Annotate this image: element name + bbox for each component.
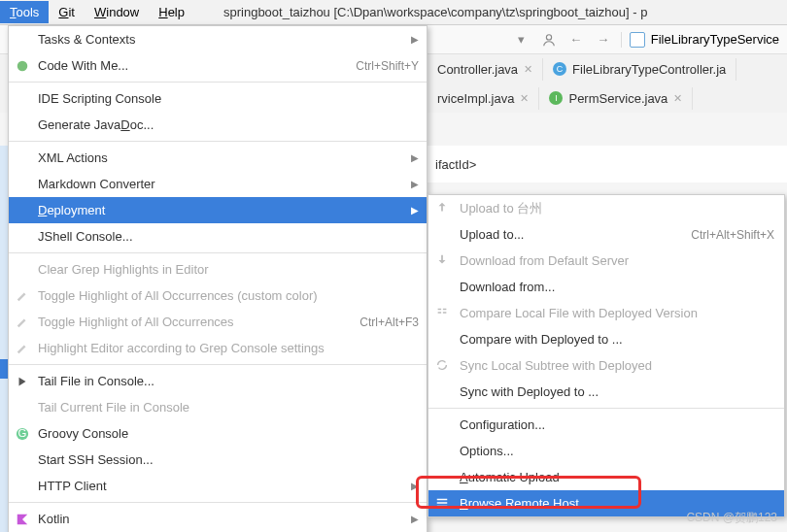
close-icon[interactable]: ✕: [524, 63, 532, 76]
deployment-submenu: Upload to 台州 Upload to...Ctrl+Alt+Shift+…: [428, 194, 785, 517]
menubar-tools[interactable]: Tools: [0, 1, 49, 23]
menu-separator: [9, 502, 427, 503]
highlight-icon: [15, 315, 30, 330]
tab-controller[interactable]: Controller.java ✕: [428, 58, 543, 81]
close-icon[interactable]: ✕: [673, 92, 682, 105]
menu-groovy[interactable]: G Groovy Console: [9, 420, 427, 447]
highlight-icon: [15, 341, 30, 356]
highlight-icon: [15, 288, 30, 304]
menu-code-with-me[interactable]: Code With Me...Ctrl+Shift+Y: [9, 52, 427, 79]
menu-tasks-contexts[interactable]: Tasks & Contexts▶: [9, 26, 427, 52]
window-title: springboot_taizhou [C:\Dpan\workspace\co…: [223, 5, 647, 19]
menu-separator: [9, 252, 427, 253]
submenu-download-default[interactable]: Download from Default Server: [428, 248, 784, 274]
chevron-right-icon: ▶: [411, 152, 419, 163]
chevron-right-icon: ▶: [411, 179, 419, 189]
chevron-right-icon: ▶: [411, 205, 419, 216]
back-icon[interactable]: ←: [566, 30, 586, 50]
submenu-sync-deployed[interactable]: Sync with Deployed to ...: [428, 379, 784, 405]
user-icon[interactable]: [539, 30, 559, 50]
tab-rviceimpl[interactable]: rviceImpl.java ✕: [428, 87, 539, 110]
menu-tail-current[interactable]: Tail Current File in Console: [9, 394, 427, 420]
editor-text: ifactId>: [435, 157, 476, 172]
menu-generate-javadoc[interactable]: Generate JavaDoc...: [9, 112, 427, 138]
chevron-right-icon: ▶: [411, 34, 419, 45]
tab-label: rviceImpl.java: [437, 91, 514, 106]
compare-icon: [435, 306, 451, 321]
editor-area[interactable]: ifactId>: [428, 146, 787, 183]
forward-icon[interactable]: →: [594, 30, 613, 50]
submenu-upload-to-tz[interactable]: Upload to 台州: [428, 195, 784, 221]
upload-icon: [435, 201, 451, 216]
chevron-right-icon: ▶: [411, 514, 419, 524]
close-icon[interactable]: ✕: [520, 92, 529, 105]
menu-deployment[interactable]: Deployment▶: [9, 197, 427, 223]
tab-permservice[interactable]: I PermService.java ✕: [539, 87, 693, 110]
tab-label: PermService.java: [568, 91, 667, 106]
submenu-compare-deployed[interactable]: Compare with Deployed to ...: [428, 326, 784, 352]
menu-http-client[interactable]: HTTP Client▶: [9, 473, 427, 499]
run-config-icon[interactable]: ▾: [512, 30, 531, 50]
menu-ide-scripting[interactable]: IDE Scripting Console: [9, 85, 427, 112]
submenu-upload-to[interactable]: Upload to...Ctrl+Alt+Shift+X: [428, 221, 784, 248]
menu-jshell[interactable]: JShell Console...: [9, 223, 427, 249]
menu-separator: [428, 408, 784, 409]
svg-point-1: [17, 60, 28, 71]
menu-highlight-grep[interactable]: Highlight Editor according to Grep Conso…: [9, 335, 427, 361]
menu-xml-actions[interactable]: XML Actions▶: [9, 145, 427, 171]
tab-filelibrarytypecontroller[interactable]: C FileLibraryTypeController.ja: [543, 58, 736, 81]
watermark: CSDN @贺鹏123: [686, 510, 777, 526]
submenu-compare-local[interactable]: Compare Local File with Deployed Version: [428, 300, 784, 326]
menu-separator: [9, 141, 427, 142]
menu-separator: [9, 364, 427, 365]
svg-text:G: G: [18, 427, 27, 439]
shortcut-label: Ctrl+Alt+Shift+X: [691, 228, 774, 242]
menubar-git[interactable]: Git: [49, 1, 85, 23]
play-icon: [15, 374, 30, 389]
class-icon: C: [553, 62, 566, 76]
shortcut-label: Ctrl+Shift+Y: [356, 59, 419, 73]
list-icon: [435, 496, 451, 512]
menu-kotlin[interactable]: Kotlin▶: [9, 506, 427, 532]
kotlin-icon: [15, 512, 30, 527]
menu-markdown-converter[interactable]: Markdown Converter▶: [9, 171, 427, 197]
shortcut-label: Ctrl+Alt+F3: [359, 316, 419, 329]
menu-toggle-highlight-custom[interactable]: Toggle Highlight of All Occurrences (cus…: [9, 283, 427, 309]
submenu-configuration[interactable]: Configuration...: [428, 412, 784, 438]
file-type-icon: [630, 32, 645, 48]
menubar-window[interactable]: Window: [85, 1, 149, 23]
sync-icon: [435, 358, 451, 374]
chevron-right-icon: ▶: [411, 481, 419, 491]
menu-clear-grep[interactable]: Clear Grep Highlights in Editor: [9, 256, 427, 283]
menu-toggle-highlight[interactable]: Toggle Highlight of All OccurrencesCtrl+…: [9, 309, 427, 335]
tab-label: FileLibraryTypeController.ja: [572, 62, 726, 77]
interface-icon: I: [549, 91, 563, 105]
submenu-options[interactable]: Options...: [428, 438, 784, 464]
code-with-me-icon: [15, 58, 30, 74]
svg-point-0: [546, 34, 551, 39]
menubar-help[interactable]: Help: [149, 1, 194, 23]
toolbar-search[interactable]: FileLibraryTypeService: [621, 32, 779, 48]
download-icon: [435, 253, 451, 269]
menu-ssh[interactable]: Start SSH Session...: [9, 447, 427, 473]
submenu-automatic-upload[interactable]: Automatic Upload: [428, 464, 784, 490]
submenu-download-from[interactable]: Download from...: [428, 274, 784, 300]
search-file-label: FileLibraryTypeService: [651, 32, 779, 47]
tab-label: Controller.java: [437, 62, 518, 77]
menu-tail-file[interactable]: Tail File in Console...: [9, 368, 427, 394]
groovy-icon: G: [15, 426, 30, 442]
tools-menu: Tasks & Contexts▶ Code With Me...Ctrl+Sh…: [8, 25, 428, 532]
submenu-sync-local[interactable]: Sync Local Subtree with Deployed: [428, 352, 784, 379]
menu-separator: [9, 82, 427, 83]
